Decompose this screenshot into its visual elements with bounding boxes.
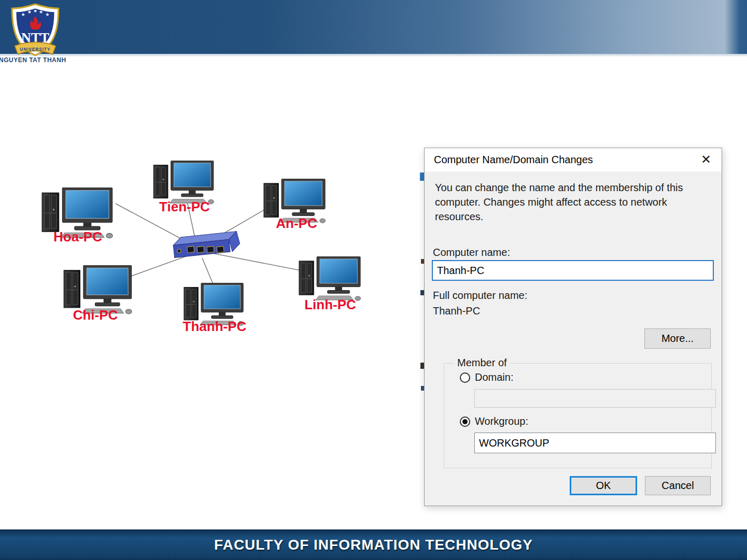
svg-text:★: ★ — [45, 12, 49, 17]
member-of-groupbox: Member of Domain: Workgroup: — [444, 363, 712, 468]
footer-bar: FACULTY OF INFORMATION TECHNOLOGY — [0, 529, 747, 560]
svg-text:★: ★ — [27, 9, 32, 15]
svg-text:★: ★ — [21, 12, 25, 17]
workgroup-input[interactable] — [474, 433, 716, 453]
ntt-shield-icon: ★★★ ★★ NTT UNIVERSITY — [6, 3, 64, 62]
slide-canvas: ★★★ ★★ NTT UNIVERSITY NGUYEN TAT THANH — [0, 0, 747, 560]
workgroup-radio[interactable] — [460, 417, 470, 427]
pc-label-linh: Linh-PC — [304, 297, 356, 312]
pc-label-thanh: Thanh-PC — [183, 319, 247, 334]
domain-label: Domain: — [475, 371, 513, 383]
domain-radio[interactable] — [460, 372, 470, 383]
full-computer-name-label: Full computer name: — [433, 290, 527, 301]
university-logo: ★★★ ★★ NTT UNIVERSITY — [6, 3, 64, 62]
dialog-description: You can change the name and the membersh… — [435, 180, 715, 224]
pc-icon-linh — [299, 256, 361, 300]
dialog-computer-name-domain-changes: Computer Name/Domain Changes ✕ You can c… — [424, 148, 722, 506]
dialog-titlebar[interactable]: Computer Name/Domain Changes ✕ — [425, 148, 722, 171]
workgroup-label: Workgroup: — [475, 415, 528, 427]
ok-button[interactable]: OK — [570, 476, 637, 495]
pc-label-an: An-PC — [276, 216, 317, 231]
more-button[interactable]: More... — [644, 328, 711, 349]
domain-radio-row[interactable]: Domain: — [460, 371, 513, 383]
member-of-legend: Member of — [454, 357, 511, 369]
pc-icon-tien — [153, 161, 214, 204]
university-name: NGUYEN TAT THANH — [0, 56, 92, 64]
domain-input[interactable] — [474, 389, 716, 408]
workgroup-radio-row[interactable]: Workgroup: — [460, 415, 528, 427]
network-switch-icon — [173, 231, 241, 257]
dialog-title: Computer Name/Domain Changes — [425, 154, 593, 166]
logo-banner: UNIVERSITY — [20, 47, 51, 52]
pc-icon-chi — [64, 265, 132, 314]
footer-title: FACULTY OF INFORMATION TECHNOLOGY — [214, 537, 533, 553]
pc-label-hoa: Hoa-PC — [53, 229, 102, 245]
svg-text:★: ★ — [33, 8, 37, 13]
network-diagram: Tien-PC An-PC Hoa-PC Chi-PC Thanh-PC Lin… — [31, 150, 378, 347]
computer-name-label: Computer name: — [433, 247, 510, 259]
full-computer-name-value: Thanh-PC — [433, 305, 480, 317]
computer-name-input[interactable] — [432, 260, 714, 281]
pc-label-chi: Chi-PC — [73, 307, 118, 323]
close-icon[interactable]: ✕ — [693, 148, 720, 171]
pc-label-tien: Tien-PC — [159, 199, 210, 214]
cancel-button[interactable]: Cancel — [645, 476, 711, 495]
svg-text:★: ★ — [39, 9, 43, 15]
header-bar — [0, 0, 747, 56]
header-bottom-edge — [0, 54, 747, 56]
